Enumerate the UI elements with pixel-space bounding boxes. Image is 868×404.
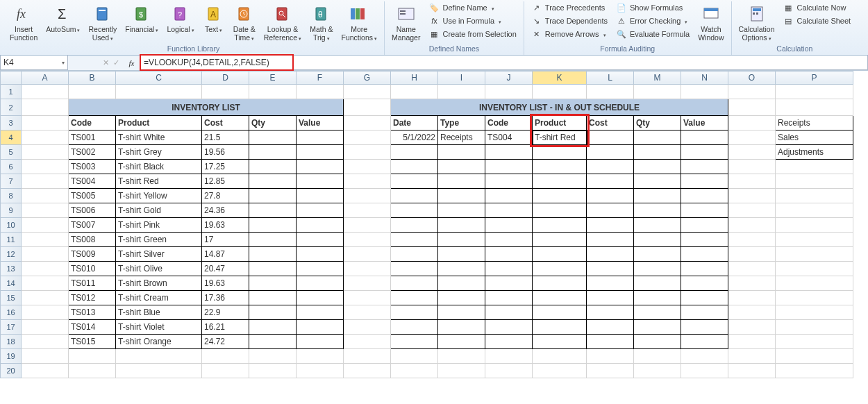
cell[interactable] [728,349,776,364]
row-header[interactable]: 7 [1,174,22,189]
cell[interactable] [344,262,391,276]
cell[interactable] [485,364,533,378]
cell[interactable] [634,218,681,233]
cell[interactable] [22,262,69,276]
cell[interactable] [297,160,344,174]
row-header[interactable]: 19 [1,349,22,364]
error-checking-button[interactable]: ⚠Error Checking [613,15,692,27]
row-header[interactable]: 20 [1,364,22,378]
cell[interactable] [22,320,69,335]
cell[interactable]: Date [391,116,438,131]
cell[interactable] [681,160,728,174]
cell[interactable] [776,335,853,349]
cell[interactable] [776,305,853,320]
cell[interactable] [587,131,634,145]
cell[interactable] [391,174,438,189]
cell[interactable] [587,218,634,233]
more-functions-button[interactable]: More Functions [338,1,380,43]
cell[interactable]: T-shirt Green [116,233,202,247]
cell[interactable] [391,305,438,320]
column-headers[interactable]: ABCDEFGHIJKLMNOP [1,71,853,85]
cell[interactable]: 17.36 [202,291,249,305]
cell[interactable] [681,305,728,320]
cell[interactable]: TS015 [69,335,116,349]
row-header[interactable]: 14 [1,276,22,291]
enter-icon[interactable]: ✓ [113,58,119,67]
row-header[interactable]: 3 [1,116,22,131]
cell[interactable] [249,291,297,305]
cell[interactable] [533,189,587,203]
cell[interactable] [438,218,485,233]
cell[interactable] [22,291,69,305]
cell[interactable] [485,189,533,203]
cell[interactable]: Cost [587,116,634,131]
cell[interactable] [22,276,69,291]
cell[interactable] [22,131,69,145]
cell[interactable] [344,320,391,335]
cell[interactable]: TS010 [69,262,116,276]
cell[interactable] [587,174,634,189]
cell[interactable] [297,131,344,145]
cell[interactable]: TS008 [69,233,116,247]
cell[interactable] [249,189,297,203]
cell[interactable] [776,203,853,218]
cell[interactable] [344,174,391,189]
cell[interactable] [587,291,634,305]
trace-dependents-button[interactable]: ↘Trace Dependents [528,15,610,27]
cell[interactable] [485,335,533,349]
cell[interactable]: Type [438,116,485,131]
cell[interactable] [391,320,438,335]
cell[interactable] [776,174,853,189]
cell[interactable]: TS001 [69,131,116,145]
cell[interactable] [297,364,344,378]
cell[interactable] [681,145,728,160]
cell[interactable] [728,247,776,262]
lookup-reference-button[interactable]: Lookup & Reference [261,1,304,43]
cell[interactable]: T-shirt Yellow [116,189,202,203]
cell[interactable]: TS014 [69,320,116,335]
calculate-now-button[interactable]: ▦Calculate Now [780,1,853,14]
cell[interactable]: 5/1/2022 [391,131,438,145]
cell[interactable] [728,291,776,305]
cell[interactable] [533,364,587,378]
cell[interactable] [249,160,297,174]
cell[interactable] [634,85,681,99]
row-header[interactable]: 9 [1,203,22,218]
text-button[interactable]: A Text [200,1,228,35]
cell[interactable]: TS006 [69,203,116,218]
cell[interactable] [485,291,533,305]
cell[interactable] [22,218,69,233]
cell[interactable]: TS012 [69,291,116,305]
cell[interactable] [776,99,853,116]
cell[interactable] [297,276,344,291]
cell[interactable] [438,364,485,378]
cell[interactable] [22,189,69,203]
cell[interactable] [249,145,297,160]
cell[interactable] [344,131,391,145]
cell[interactable] [297,247,344,262]
active-cell[interactable]: T-shirt Red [533,131,587,145]
cell[interactable] [634,233,681,247]
cell[interactable] [344,116,391,131]
cell[interactable] [344,189,391,203]
cell[interactable] [249,335,297,349]
cell[interactable] [297,305,344,320]
cell[interactable] [485,349,533,364]
cell[interactable]: T-shirt Brown [116,276,202,291]
cell[interactable]: T-shirt Cream [116,291,202,305]
cell[interactable] [728,116,776,131]
cell[interactable] [776,247,853,262]
cell[interactable] [587,189,634,203]
cell[interactable]: Code [485,116,533,131]
cell[interactable]: TS004 [485,131,533,145]
cell[interactable] [587,85,634,99]
cell[interactable] [728,262,776,276]
cell[interactable] [728,85,776,99]
row-header[interactable]: 8 [1,189,22,203]
cell[interactable] [249,85,297,99]
cell[interactable] [485,320,533,335]
cell[interactable] [485,85,533,99]
cell[interactable]: 24.36 [202,203,249,218]
name-box[interactable]: K4 [0,56,68,70]
cell[interactable] [438,320,485,335]
